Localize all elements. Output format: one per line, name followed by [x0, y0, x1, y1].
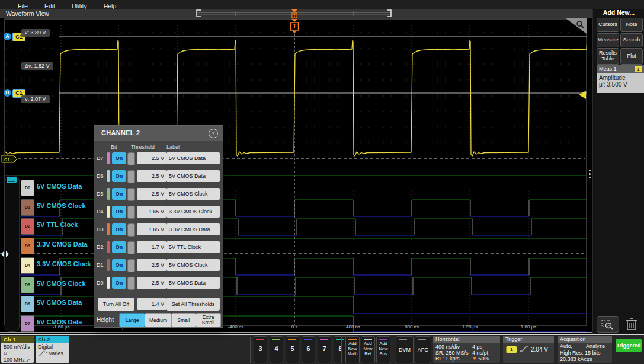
channel-4-button[interactable]: 4: [270, 336, 283, 363]
bit-on-toggle-d6[interactable]: On: [112, 170, 126, 182]
bit-toggle-knob-d7[interactable]: [127, 152, 135, 165]
digital-chip-d7[interactable]: D7: [21, 315, 34, 332]
all-threshold-field[interactable]: 1.4 V: [137, 298, 166, 310]
label-field-d4[interactable]: 3.3V CMOS Clock: [166, 206, 220, 218]
label-field-d5[interactable]: 5V CMOS Clock: [166, 188, 220, 200]
edge-icon: [38, 350, 46, 356]
bit-toggle-knob-d5[interactable]: [127, 188, 135, 201]
bit-on-toggle-d3[interactable]: On: [112, 223, 126, 235]
channel-7-button[interactable]: 7: [318, 336, 331, 363]
threshold-field-d7[interactable]: 2.5 V: [137, 152, 166, 164]
add-new-ref-button[interactable]: Add New Ref: [361, 336, 375, 363]
help-icon[interactable]: ?: [209, 129, 218, 138]
trash-button[interactable]: [624, 316, 639, 331]
threshold-field-d2[interactable]: 1.7 V: [137, 241, 166, 253]
results-sidebar: Add New... CursorsNoteMeasureSearchResul…: [592, 9, 644, 334]
bit-on-toggle-d1[interactable]: On: [112, 259, 126, 271]
bit-color-d5: [107, 188, 110, 200]
meas1-result-badge[interactable]: Amplitude μ': 3.500 V: [597, 73, 644, 93]
turn-all-off-button[interactable]: Turn All Off: [98, 298, 134, 311]
bit-toggle-knob-d0[interactable]: [127, 277, 135, 290]
sample-rate: SR: 250 MS/s: [435, 350, 469, 356]
height-label: Height: [97, 317, 114, 323]
afg-button[interactable]: AFG: [415, 336, 431, 363]
meas1-kind: Amplitude: [599, 73, 644, 81]
add-new-bus-button[interactable]: Add New Bus: [376, 336, 390, 363]
digital-group-position-marker[interactable]: [1, 251, 10, 257]
cursor-b-badge[interactable]: B: [4, 89, 11, 97]
bit-name-d1: D1: [97, 262, 107, 268]
threshold-field-d6[interactable]: 2.5 V: [137, 170, 166, 182]
add-new-search-button[interactable]: Search: [620, 33, 643, 47]
height-option-small[interactable]: Small: [171, 313, 196, 327]
acquisition-panel[interactable]: Acquisition Auto, Analyze High Res: 15 b…: [558, 336, 612, 363]
add-new-note-button[interactable]: Note: [620, 18, 643, 32]
divider: [392, 337, 392, 363]
threshold-field-d4[interactable]: 1.65 V: [137, 206, 166, 218]
add-new-plot-button[interactable]: Plot: [620, 48, 643, 65]
zoom-window-right-bracket: [387, 10, 391, 17]
label-field-d6[interactable]: 5V CMOS Data: [166, 170, 220, 182]
height-option-extra-small[interactable]: Extra Small: [196, 313, 221, 327]
add-new-results-table-button[interactable]: Results Table: [597, 48, 619, 65]
ch1-scale: 500 mV/div: [1, 343, 34, 350]
bit-toggle-knob-d6[interactable]: [127, 170, 135, 183]
time-label: 1.20 μs: [452, 324, 488, 330]
bit-toggle-knob-d3[interactable]: [127, 223, 135, 237]
cursor-a-badge[interactable]: A: [4, 33, 11, 40]
channel2-dialog-titlebar[interactable]: CHANNEL 2 ?: [94, 126, 223, 141]
trigger-panel[interactable]: Trigger 1 2.04 V: [503, 336, 554, 363]
bit-name-d4: D4: [97, 209, 107, 215]
bit-on-toggle-d7[interactable]: On: [112, 152, 126, 164]
digital-chip-d5[interactable]: D5: [21, 277, 34, 293]
dvm-button[interactable]: DVM: [396, 336, 414, 363]
bit-name-d7: D7: [97, 155, 107, 161]
height-option-large[interactable]: Large: [119, 313, 145, 327]
label-field-d7[interactable]: 5V CMOS Data: [166, 152, 220, 164]
bit-toggle-knob-d2[interactable]: [127, 241, 135, 254]
digital-chip-d0[interactable]: D0: [21, 180, 34, 196]
zoom-mode-button[interactable]: [597, 316, 619, 333]
channel-5-button[interactable]: 5: [286, 336, 299, 363]
label-field-d2[interactable]: 5V TTL Clock: [166, 241, 220, 253]
label-field-d3[interactable]: 3.3V CMOS Data: [166, 223, 220, 235]
threshold-field-d1[interactable]: 2.5 V: [137, 259, 166, 271]
ch1-badge[interactable]: Ch 1 500 mV/div Ω 100 MHz: [1, 336, 34, 363]
add-new-math-button[interactable]: Add New Math: [345, 336, 360, 363]
meas1-header[interactable]: Meas 1 1: [597, 65, 644, 73]
add-new-measure-button[interactable]: Measure: [597, 33, 619, 47]
digital-chip-d1[interactable]: D1: [21, 199, 34, 216]
digital-chip-d6[interactable]: D6: [21, 296, 34, 312]
height-option-medium[interactable]: Medium: [145, 313, 172, 327]
bit-on-toggle-d5[interactable]: On: [112, 188, 126, 200]
bit-on-toggle-d2[interactable]: On: [112, 241, 126, 253]
acquisition-overview-bar[interactable]: T: [193, 9, 400, 18]
ch2-mode: Digital: [36, 343, 69, 350]
trash-icon: [624, 316, 639, 331]
threshold-field-d5[interactable]: 2.5 V: [137, 188, 166, 200]
add-new-cursors-button[interactable]: Cursors: [597, 18, 619, 32]
bit-toggle-knob-d4[interactable]: [127, 206, 135, 219]
threshold-field-d0[interactable]: 2.5 V: [137, 277, 166, 289]
panel-splitter-handle[interactable]: [589, 168, 591, 178]
digital-chip-d2[interactable]: D2: [21, 218, 34, 235]
bit-toggle-knob-d1[interactable]: [127, 259, 135, 272]
horizontal-panel[interactable]: Horizontal 400 ns/div SR: 250 MS/s RL: 1…: [433, 336, 500, 363]
trigger-position-flag[interactable]: T: [287, 18, 302, 35]
ch2-badge[interactable]: Ch 2 Digital : Varies: [36, 336, 69, 363]
threshold-field-d3[interactable]: 1.65 V: [137, 223, 166, 235]
label-field-d0[interactable]: 5V CMOS Data: [166, 277, 220, 289]
digital-group-grip[interactable]: [7, 177, 17, 183]
set-all-thresholds-button[interactable]: Set All Thresholds: [166, 298, 220, 311]
bit-color-d3: [107, 223, 110, 235]
channel-3-button[interactable]: 3: [254, 336, 267, 363]
tab-waveform-view[interactable]: Waveform View: [6, 10, 49, 17]
label-field-d1[interactable]: 5V CMOS Clock: [166, 259, 220, 271]
digital-chip-d4[interactable]: D4: [21, 257, 34, 274]
channel-6-button[interactable]: 6: [302, 336, 315, 363]
digital-label-d3: 3.3V CMOS Data: [37, 241, 88, 248]
bit-on-toggle-d4[interactable]: On: [112, 206, 126, 218]
digital-chip-d3[interactable]: D3: [21, 238, 34, 254]
window-span: 4 μs: [472, 344, 482, 350]
bit-on-toggle-d0[interactable]: On: [112, 277, 126, 289]
